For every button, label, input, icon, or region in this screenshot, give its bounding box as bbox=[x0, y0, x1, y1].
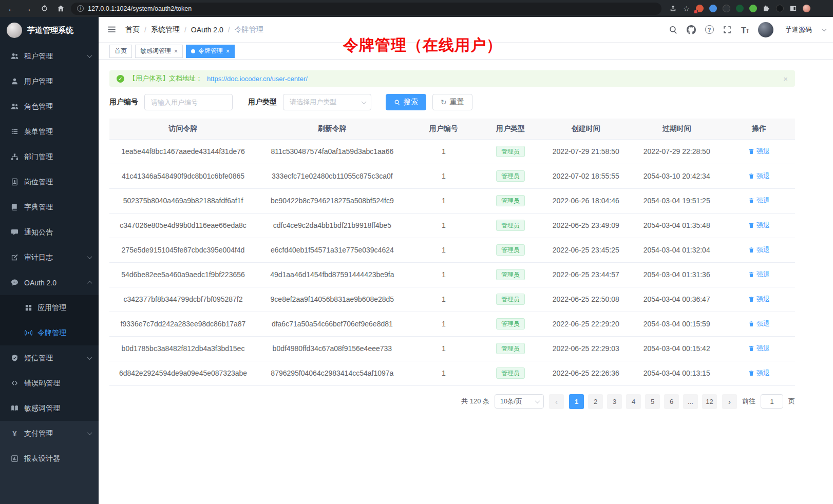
refresh-token-cell: 811c530487574fa0af1a59d3abc1aa66 bbox=[257, 139, 408, 164]
user-id-input[interactable] bbox=[144, 94, 233, 110]
caret-down-icon bbox=[822, 27, 826, 31]
sidebar-item-dept[interactable]: 部门管理 bbox=[0, 144, 99, 169]
doc-alert: ✓ 【用户体系】文档地址： https://doc.iocoder.cn/use… bbox=[109, 70, 795, 87]
breadcrumb-item[interactable]: 系统管理 bbox=[151, 25, 180, 34]
doc-link[interactable]: https://doc.iocoder.cn/user-center/ bbox=[207, 75, 308, 83]
browser-home-button[interactable] bbox=[54, 3, 67, 15]
site-info-icon[interactable]: i bbox=[77, 5, 84, 12]
pager-page-4-button[interactable]: 4 bbox=[626, 394, 641, 409]
side-panel-icon[interactable] bbox=[789, 4, 798, 13]
font-size-icon[interactable]: TT bbox=[740, 25, 750, 35]
menu-label: 令牌管理 bbox=[37, 328, 91, 338]
sidebar-item-notice[interactable]: 通知公告 bbox=[0, 220, 99, 245]
tab-home[interactable]: 首页 bbox=[109, 45, 132, 58]
menu-label: OAuth 2.0 bbox=[24, 279, 88, 287]
bookmark-star-icon[interactable]: ☆ bbox=[682, 4, 691, 13]
force-logout-button[interactable]: 强退 bbox=[748, 369, 770, 378]
sidebar-item-oauth-app[interactable]: 应用管理 bbox=[0, 295, 99, 320]
sidebar-item-pay[interactable]: ¥ 支付管理 bbox=[0, 421, 99, 446]
fullscreen-icon[interactable] bbox=[722, 25, 732, 35]
github-icon[interactable] bbox=[686, 25, 696, 35]
create-time-cell: 2022-06-25 22:26:36 bbox=[541, 361, 631, 385]
page-size-select[interactable]: 10条/页 bbox=[495, 394, 544, 409]
extension-icon[interactable] bbox=[735, 4, 744, 13]
extension-icon[interactable] bbox=[709, 4, 717, 13]
trash-icon bbox=[748, 370, 754, 376]
chat-bubble-icon bbox=[10, 278, 19, 287]
pager-page-2-button[interactable]: 2 bbox=[588, 394, 603, 409]
sidebar-item-dict[interactable]: 字典管理 bbox=[0, 195, 99, 220]
chevron-down-icon bbox=[87, 430, 92, 435]
force-logout-button[interactable]: 强退 bbox=[748, 245, 770, 255]
sidebar-item-role[interactable]: 角色管理 bbox=[0, 94, 99, 119]
user-type-tag: 管理员 bbox=[496, 146, 525, 157]
extension-icon[interactable] bbox=[722, 4, 731, 13]
pager-more-button[interactable]: ... bbox=[683, 394, 698, 409]
pager-page-5-button[interactable]: 5 bbox=[645, 394, 660, 409]
extension-icon[interactable] bbox=[695, 4, 704, 13]
tab-sensitive-word[interactable]: 敏感词管理 × bbox=[135, 45, 183, 58]
username[interactable]: 芋道源码 bbox=[785, 25, 812, 34]
force-logout-button[interactable]: 强退 bbox=[748, 171, 770, 181]
menu-fold-icon[interactable] bbox=[107, 25, 117, 35]
user-id-cell: 1 bbox=[408, 287, 480, 312]
force-logout-button[interactable]: 强退 bbox=[748, 270, 770, 279]
sidebar-item-oauth2[interactable]: OAuth 2.0 bbox=[0, 270, 99, 295]
sidebar-item-tenant[interactable]: 租户管理 bbox=[0, 44, 99, 69]
sidebar-item-sms[interactable]: 短信管理 bbox=[0, 345, 99, 371]
user-id-cell: 1 bbox=[408, 139, 480, 164]
sidebar-item-menu[interactable]: 菜单管理 bbox=[0, 119, 99, 144]
close-icon[interactable]: × bbox=[174, 48, 178, 54]
sidebar-item-post[interactable]: 岗位管理 bbox=[0, 169, 99, 195]
browser-forward-button[interactable]: → bbox=[22, 3, 34, 15]
pager-page-12-button[interactable]: 12 bbox=[702, 394, 717, 409]
goto-page-input[interactable] bbox=[761, 394, 783, 409]
oauth-submenu: 应用管理 令牌管理 bbox=[0, 295, 99, 345]
force-logout-button[interactable]: 强退 bbox=[748, 295, 770, 304]
sidebar-item-user[interactable]: 用户管理 bbox=[0, 69, 99, 94]
force-logout-label: 强退 bbox=[756, 245, 770, 255]
sidebar-item-oauth-token[interactable]: 令牌管理 bbox=[0, 320, 99, 345]
close-icon[interactable]: × bbox=[226, 48, 230, 54]
help-icon[interactable]: ? bbox=[704, 25, 714, 35]
pager-page-3-button[interactable]: 3 bbox=[607, 394, 622, 409]
sidebar-item-error-code[interactable]: 错误码管理 bbox=[0, 371, 99, 396]
search-icon[interactable] bbox=[668, 25, 678, 35]
tab-token[interactable]: 令牌管理 × bbox=[186, 45, 235, 58]
browser-reload-button[interactable] bbox=[38, 3, 50, 15]
address-bar[interactable]: i 127.0.0.1:1024/system/oauth2/token bbox=[71, 3, 661, 15]
filter-bar: 用户编号 用户类型 请选择用户类型 搜索 ↻ 重置 bbox=[109, 94, 795, 110]
force-logout-button[interactable]: 强退 bbox=[748, 221, 770, 230]
user-type-tag: 管理员 bbox=[496, 220, 525, 231]
user-type-select[interactable]: 请选择用户类型 bbox=[283, 94, 371, 110]
alert-close-icon[interactable]: × bbox=[783, 74, 788, 83]
pager-page-1-button[interactable]: 1 bbox=[569, 394, 584, 409]
trash-icon bbox=[748, 296, 754, 302]
pager-next-button[interactable]: › bbox=[722, 394, 737, 409]
user-type-tag: 管理员 bbox=[496, 269, 525, 280]
search-button[interactable]: 搜索 bbox=[386, 94, 426, 110]
force-logout-button[interactable]: 强退 bbox=[748, 147, 770, 156]
user-avatar[interactable] bbox=[758, 22, 773, 37]
extension-icon[interactable] bbox=[775, 4, 784, 13]
extensions-puzzle-icon[interactable] bbox=[762, 4, 771, 13]
trash-icon bbox=[748, 198, 754, 204]
pager-page-6-button[interactable]: 6 bbox=[664, 394, 679, 409]
sidebar-menu-bottom: ¥ 支付管理 报表设计器 bbox=[0, 421, 99, 504]
breadcrumb-item[interactable]: OAuth 2.0 bbox=[191, 26, 223, 34]
force-logout-button[interactable]: 强退 bbox=[748, 344, 770, 353]
extension-icon[interactable] bbox=[749, 4, 758, 13]
sidebar-item-sensitive-word[interactable]: 敏感词管理 bbox=[0, 396, 99, 421]
browser-back-button[interactable]: ← bbox=[5, 3, 17, 15]
breadcrumb-item[interactable]: 首页 bbox=[125, 25, 140, 34]
table-row: 1ea5e44f8bc1467aaede43144f31de76 811c530… bbox=[109, 139, 795, 164]
profile-avatar-icon[interactable] bbox=[802, 4, 811, 13]
sidebar-item-audit-log[interactable]: 审计日志 bbox=[0, 245, 99, 270]
sidebar-item-report-designer[interactable]: 报表设计器 bbox=[0, 446, 99, 471]
reset-button[interactable]: ↻ 重置 bbox=[432, 94, 472, 110]
force-logout-button[interactable]: 强退 bbox=[748, 196, 770, 205]
share-icon[interactable] bbox=[669, 4, 677, 13]
pager-prev-button[interactable]: ‹ bbox=[549, 394, 564, 409]
force-logout-button[interactable]: 强退 bbox=[748, 319, 770, 328]
user-type-tag: 管理员 bbox=[496, 367, 525, 379]
